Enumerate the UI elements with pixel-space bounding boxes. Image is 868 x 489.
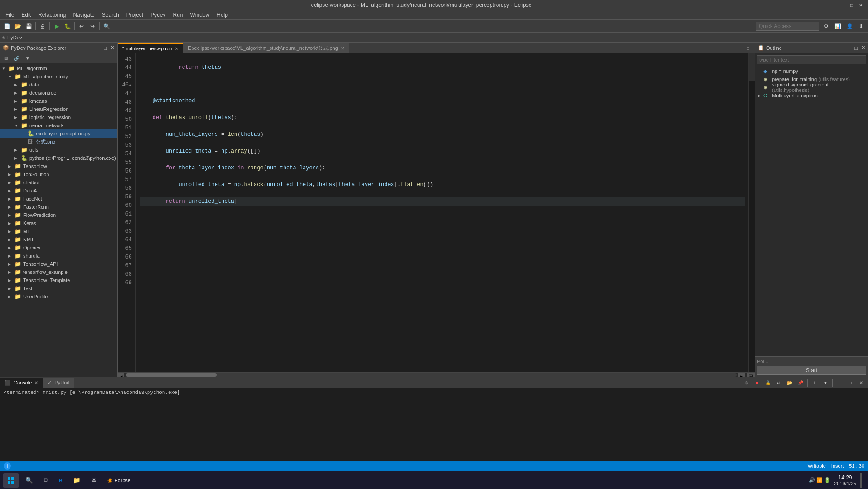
outline-x[interactable]: ✕ [861, 45, 865, 51]
taskbar-start-btn[interactable] [3, 473, 19, 488]
new-btn[interactable]: 📄 [2, 21, 12, 31]
tree-item-userprofile[interactable]: ▶ 📁 UserProfile [0, 292, 117, 301]
open-btn[interactable]: 📂 [13, 21, 23, 31]
outline-max[interactable]: □ [854, 45, 858, 51]
taskbar-edge-btn[interactable]: e [54, 473, 67, 488]
menu-navigate[interactable]: Navigate [69, 11, 98, 19]
package-explorer-close[interactable]: ✕ [111, 45, 115, 51]
package-explorer-max[interactable]: □ [104, 45, 107, 51]
tree-item-flowprediction[interactable]: ▶ 📁 FlowPrediction [0, 211, 117, 219]
maximize-btn[interactable]: □ [848, 1, 855, 9]
taskbar-search-btn[interactable]: 🔍 [21, 473, 38, 488]
tree-item-ml-study[interactable]: ▼ 📁 ML_algorithm_study [0, 72, 117, 81]
tab-close-multilayer[interactable]: ✕ [175, 46, 178, 51]
tree-item-fasterrcnn[interactable]: ▶ 📁 FasterRcnn [0, 203, 117, 211]
tree-item-gongshi-png[interactable]: 🖼 公式.png [0, 138, 117, 146]
scrollbar-thumb[interactable] [126, 373, 217, 377]
menu-refactoring[interactable]: Refactoring [34, 11, 69, 19]
tree-item-utils[interactable]: ▶ 📁 utils [0, 146, 117, 154]
outline-item-sigmoid[interactable]: ⊕ sigmoid,sigmoid_gradient (utils.hypoth… [756, 83, 867, 91]
tree-item-logistic[interactable]: ▶ 📁 logistic_regression [0, 113, 117, 121]
collapse-all-btn[interactable]: ⊟ [1, 53, 11, 63]
view-menu-btn[interactable]: ▼ [23, 53, 33, 63]
console-open-file-btn[interactable]: 📂 [785, 378, 795, 388]
tree-item-ml[interactable]: ▶ 📁 ML [0, 227, 117, 235]
menu-edit[interactable]: Edit [18, 11, 34, 19]
minimize-btn[interactable]: − [839, 1, 846, 9]
editor-tab-min[interactable]: − [733, 43, 743, 53]
tree-item-kmeans[interactable]: ▶ 📁 kmeans [0, 97, 117, 105]
link-with-editor-btn[interactable]: 🔗 [12, 53, 22, 63]
menu-run[interactable]: Run [169, 11, 187, 19]
console-clear-btn[interactable]: ⊘ [741, 378, 751, 388]
search-btn[interactable]: 🔍 [101, 21, 111, 31]
console-new-btn[interactable]: + [810, 378, 820, 388]
minimap-slider[interactable] [749, 53, 755, 81]
tree-item-tensorflow-template[interactable]: ▶ 📁 Tensorflow_Template [0, 276, 117, 284]
tree-item-shurufa[interactable]: ▶ 📁 shurufa [0, 252, 117, 260]
console-max-btn[interactable]: □ [845, 378, 855, 388]
outline-item-numpy[interactable]: ◆ np = numpy [756, 67, 867, 75]
tree-item-tensorflow-example[interactable]: ▶ 📁 tensorflow_example [0, 268, 117, 276]
taskbar-eclipse-btn[interactable]: ◉ Eclipse [103, 473, 135, 488]
quick-access-input[interactable] [756, 22, 819, 31]
tree-item-data[interactable]: ▶ 📁 data [0, 81, 117, 89]
tree-item-dataa[interactable]: ▶ 📁 DataA [0, 187, 117, 195]
tree-item-facenet[interactable]: ▶ 📁 FaceNet [0, 195, 117, 203]
tab-close-gongshi[interactable]: ✕ [341, 46, 344, 51]
tab-console[interactable]: ⬛ Console ✕ [0, 378, 43, 388]
tree-item-linearregression[interactable]: ▶ 📁 LinearRegression [0, 105, 117, 113]
tree-item-tensorflow[interactable]: ▶ 📁 Tensorflow [0, 162, 117, 170]
taskbar-mail-btn[interactable]: ✉ [87, 473, 101, 488]
console-close-btn[interactable]: ✕ [856, 378, 866, 388]
tab-pyunit[interactable]: ✓ PyUnit [43, 378, 74, 388]
toolbar-icon2[interactable]: 📊 [833, 21, 843, 31]
editor-scrollbar-h[interactable]: ◂ ▸ ⊞ [118, 372, 755, 377]
code-content[interactable]: return thetas @staticmethod def thetas_u… [136, 53, 748, 372]
save-btn[interactable]: 💾 [24, 21, 34, 31]
menu-help[interactable]: Help [213, 11, 231, 19]
toolbar-icon1[interactable]: ⚙ [821, 21, 831, 31]
tree-item-chatbot[interactable]: ▶ 📁 chatbot [0, 178, 117, 187]
editor-tab-max[interactable]: □ [743, 43, 753, 53]
taskbar-show-desktop-btn[interactable] [860, 473, 862, 488]
menu-pydev[interactable]: Pydev [147, 11, 169, 19]
tree-item-nmt[interactable]: ▶ 📁 NMT [0, 235, 117, 244]
menu-window[interactable]: Window [187, 11, 213, 19]
scroll-right-btn[interactable]: ▸ [738, 373, 745, 377]
taskbar-task-view-btn[interactable]: ⧉ [39, 473, 53, 488]
console-view-btn[interactable]: ▼ [820, 378, 830, 388]
menu-search[interactable]: Search [98, 11, 123, 19]
tree-item-neural-network[interactable]: ▼ 📁 neural_network [0, 121, 117, 129]
tree-item-multilayer-py[interactable]: 🐍 multilayer_perceptron.py [0, 129, 117, 138]
outline-filter-input[interactable] [757, 55, 866, 64]
tree-item-test[interactable]: ▶ 📁 Test [0, 284, 117, 292]
console-word-wrap-btn[interactable]: ↵ [774, 378, 784, 388]
console-min-btn[interactable]: − [834, 378, 844, 388]
tree-item-decisiontree[interactable]: ▶ 📁 decisiontree [0, 89, 117, 97]
debug-btn[interactable]: 🐛 [63, 21, 72, 31]
split-btn[interactable]: ⊞ [747, 373, 755, 377]
tree-item-python-interp[interactable]: ▶ 🐍 python (e:\Progr ... conda3\python.e… [0, 154, 117, 162]
toolbar-icon4[interactable]: ⬇ [856, 21, 866, 31]
tree-item-keras[interactable]: ▶ 📁 Keras [0, 219, 117, 227]
redo-btn[interactable]: ↪ [87, 21, 97, 31]
print-btn[interactable]: 🖨 [38, 21, 48, 31]
console-terminate-btn[interactable]: ■ [752, 378, 762, 388]
console-pin-btn[interactable]: 📌 [796, 378, 805, 388]
package-explorer-minimize[interactable]: − [97, 45, 100, 51]
close-btn[interactable]: ✕ [857, 1, 864, 9]
undo-btn[interactable]: ↩ [77, 21, 87, 31]
tree-item-topsolution[interactable]: ▶ 📁 TopSolution [0, 170, 117, 178]
tree-item-tensorflow-api[interactable]: ▶ 📁 Tensorflow_API [0, 260, 117, 268]
taskbar-file-explorer-btn[interactable]: 📁 [68, 473, 85, 488]
code-editor[interactable]: 43 44 45 46⬥ 47 48 49 50 51 52 53 54 55 … [118, 53, 755, 372]
start-button[interactable]: Start [757, 366, 866, 375]
tab-multilayer-perceptron[interactable]: *multilayer_perceptron ✕ [118, 43, 183, 53]
menu-project[interactable]: Project [123, 11, 147, 19]
tab-gongshi-png[interactable]: E:\eclipse-workspace\ML_algorithm_study\… [183, 43, 349, 53]
console-scroll-lock-btn[interactable]: 🔒 [763, 378, 773, 388]
run-btn[interactable]: ▶ [52, 21, 62, 31]
toolbar-icon3[interactable]: 👤 [844, 21, 854, 31]
tree-item-ml-algorithm[interactable]: ▼ 📁 ML_algorithm [0, 64, 117, 72]
